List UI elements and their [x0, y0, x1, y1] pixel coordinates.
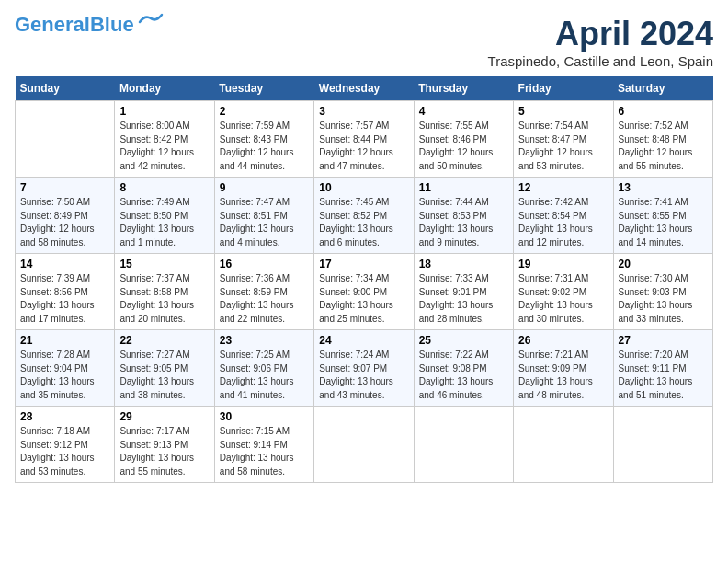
calendar-cell: 26Sunrise: 7:21 AM Sunset: 9:09 PM Dayli…: [514, 330, 613, 407]
day-number: 24: [319, 334, 408, 347]
logo: GeneralBlue: [15, 15, 164, 35]
header-row: SundayMondayTuesdayWednesdayThursdayFrid…: [16, 76, 713, 101]
week-row-1: 7Sunrise: 7:50 AM Sunset: 8:49 PM Daylig…: [16, 178, 713, 254]
calendar-cell: 25Sunrise: 7:22 AM Sunset: 9:08 PM Dayli…: [414, 330, 513, 407]
calendar-cell: 21Sunrise: 7:28 AM Sunset: 9:04 PM Dayli…: [16, 330, 115, 407]
day-info: Sunrise: 7:15 AM Sunset: 9:14 PM Dayligh…: [220, 425, 309, 478]
day-info: Sunrise: 7:41 AM Sunset: 8:55 PM Dayligh…: [619, 196, 708, 249]
day-number: 13: [619, 181, 708, 194]
calendar-cell: 9Sunrise: 7:47 AM Sunset: 8:51 PM Daylig…: [214, 178, 313, 254]
logo-general: General: [15, 13, 90, 36]
day-number: 15: [119, 258, 209, 270]
calendar-cell: 17Sunrise: 7:34 AM Sunset: 9:00 PM Dayli…: [314, 254, 414, 330]
calendar-cell: [414, 407, 513, 483]
day-number: 5: [518, 105, 608, 118]
day-number: 26: [518, 334, 608, 347]
calendar-cell: [613, 407, 712, 483]
day-info: Sunrise: 7:39 AM Sunset: 8:56 PM Dayligh…: [20, 272, 109, 326]
day-number: 23: [220, 334, 309, 347]
day-info: Sunrise: 7:22 AM Sunset: 9:08 PM Dayligh…: [419, 349, 508, 402]
day-number: 20: [619, 258, 708, 270]
day-info: Sunrise: 7:45 AM Sunset: 8:52 PM Dayligh…: [319, 196, 408, 249]
header-cell-tuesday: Tuesday: [214, 76, 313, 101]
calendar-cell: 22Sunrise: 7:27 AM Sunset: 9:05 PM Dayli…: [115, 330, 214, 407]
calendar-cell: 19Sunrise: 7:31 AM Sunset: 9:02 PM Dayli…: [514, 254, 613, 330]
day-info: Sunrise: 7:42 AM Sunset: 8:54 PM Dayligh…: [518, 196, 608, 249]
day-number: 4: [419, 105, 508, 118]
logo-bird-icon: [138, 13, 164, 29]
day-number: 9: [220, 181, 309, 194]
header-cell-friday: Friday: [514, 76, 613, 101]
month-title: April 2024: [488, 15, 713, 53]
day-info: Sunrise: 7:20 AM Sunset: 9:11 PM Dayligh…: [619, 349, 708, 402]
day-info: Sunrise: 7:55 AM Sunset: 8:46 PM Dayligh…: [419, 120, 508, 173]
day-info: Sunrise: 7:49 AM Sunset: 8:50 PM Dayligh…: [119, 196, 209, 249]
day-info: Sunrise: 7:28 AM Sunset: 9:04 PM Dayligh…: [20, 349, 109, 402]
day-number: 10: [319, 181, 408, 194]
calendar-cell: 5Sunrise: 7:54 AM Sunset: 8:47 PM Daylig…: [514, 101, 613, 178]
calendar-cell: 8Sunrise: 7:49 AM Sunset: 8:50 PM Daylig…: [115, 178, 214, 254]
calendar-cell: [16, 101, 115, 178]
calendar-cell: 14Sunrise: 7:39 AM Sunset: 8:56 PM Dayli…: [16, 254, 115, 330]
day-number: 3: [319, 105, 408, 118]
week-row-0: 1Sunrise: 8:00 AM Sunset: 8:42 PM Daylig…: [16, 101, 713, 178]
day-number: 17: [319, 258, 408, 270]
day-info: Sunrise: 7:59 AM Sunset: 8:43 PM Dayligh…: [220, 120, 309, 173]
week-row-2: 14Sunrise: 7:39 AM Sunset: 8:56 PM Dayli…: [16, 254, 713, 330]
day-number: 1: [119, 105, 209, 118]
day-number: 2: [220, 105, 309, 118]
day-info: Sunrise: 7:34 AM Sunset: 9:00 PM Dayligh…: [319, 272, 408, 326]
calendar-cell: 24Sunrise: 7:24 AM Sunset: 9:07 PM Dayli…: [314, 330, 414, 407]
calendar-cell: 30Sunrise: 7:15 AM Sunset: 9:14 PM Dayli…: [214, 407, 313, 483]
calendar-cell: 11Sunrise: 7:44 AM Sunset: 8:53 PM Dayli…: [414, 178, 513, 254]
week-row-3: 21Sunrise: 7:28 AM Sunset: 9:04 PM Dayli…: [16, 330, 713, 407]
day-number: 30: [220, 410, 309, 423]
calendar-cell: 6Sunrise: 7:52 AM Sunset: 8:48 PM Daylig…: [613, 101, 712, 178]
location-title: Traspinedo, Castille and Leon, Spain: [488, 53, 713, 69]
calendar-cell: 10Sunrise: 7:45 AM Sunset: 8:52 PM Dayli…: [314, 178, 414, 254]
day-number: 11: [419, 181, 508, 194]
day-info: Sunrise: 7:27 AM Sunset: 9:05 PM Dayligh…: [119, 349, 209, 402]
day-number: 27: [619, 334, 708, 347]
day-number: 8: [119, 181, 209, 194]
calendar-cell: 15Sunrise: 7:37 AM Sunset: 8:58 PM Dayli…: [115, 254, 214, 330]
calendar-body: 1Sunrise: 8:00 AM Sunset: 8:42 PM Daylig…: [16, 101, 713, 483]
day-info: Sunrise: 7:18 AM Sunset: 9:12 PM Dayligh…: [20, 425, 109, 478]
calendar-cell: 1Sunrise: 8:00 AM Sunset: 8:42 PM Daylig…: [115, 101, 214, 178]
header-cell-sunday: Sunday: [16, 76, 115, 101]
calendar-cell: 13Sunrise: 7:41 AM Sunset: 8:55 PM Dayli…: [613, 178, 712, 254]
calendar-cell: 28Sunrise: 7:18 AM Sunset: 9:12 PM Dayli…: [16, 407, 115, 483]
day-info: Sunrise: 7:21 AM Sunset: 9:09 PM Dayligh…: [518, 349, 608, 402]
header-cell-monday: Monday: [115, 76, 214, 101]
day-info: Sunrise: 7:50 AM Sunset: 8:49 PM Dayligh…: [20, 196, 109, 249]
logo-text: GeneralBlue: [15, 15, 134, 35]
day-number: 6: [619, 105, 708, 118]
day-number: 7: [20, 181, 109, 194]
day-number: 29: [119, 410, 209, 423]
day-number: 18: [419, 258, 508, 270]
day-info: Sunrise: 7:54 AM Sunset: 8:47 PM Dayligh…: [518, 120, 608, 173]
day-info: Sunrise: 7:24 AM Sunset: 9:07 PM Dayligh…: [319, 349, 408, 402]
calendar-cell: 2Sunrise: 7:59 AM Sunset: 8:43 PM Daylig…: [214, 101, 313, 178]
day-info: Sunrise: 7:37 AM Sunset: 8:58 PM Dayligh…: [119, 272, 209, 326]
day-info: Sunrise: 7:52 AM Sunset: 8:48 PM Dayligh…: [619, 120, 708, 173]
day-info: Sunrise: 7:47 AM Sunset: 8:51 PM Dayligh…: [220, 196, 309, 249]
day-number: 16: [220, 258, 309, 270]
week-row-4: 28Sunrise: 7:18 AM Sunset: 9:12 PM Dayli…: [16, 407, 713, 483]
calendar-cell: 23Sunrise: 7:25 AM Sunset: 9:06 PM Dayli…: [214, 330, 313, 407]
calendar-cell: 18Sunrise: 7:33 AM Sunset: 9:01 PM Dayli…: [414, 254, 513, 330]
calendar-table: SundayMondayTuesdayWednesdayThursdayFrid…: [15, 76, 713, 483]
day-number: 12: [518, 181, 608, 194]
day-info: Sunrise: 7:17 AM Sunset: 9:13 PM Dayligh…: [119, 425, 209, 478]
calendar-cell: 3Sunrise: 7:57 AM Sunset: 8:44 PM Daylig…: [314, 101, 414, 178]
day-info: Sunrise: 7:44 AM Sunset: 8:53 PM Dayligh…: [419, 196, 508, 249]
title-block: April 2024 Traspinedo, Castille and Leon…: [488, 15, 713, 69]
calendar-cell: 27Sunrise: 7:20 AM Sunset: 9:11 PM Dayli…: [613, 330, 712, 407]
header-cell-wednesday: Wednesday: [314, 76, 414, 101]
day-info: Sunrise: 7:57 AM Sunset: 8:44 PM Dayligh…: [319, 120, 408, 173]
calendar-cell: 29Sunrise: 7:17 AM Sunset: 9:13 PM Dayli…: [115, 407, 214, 483]
header-cell-saturday: Saturday: [613, 76, 712, 101]
day-number: 22: [119, 334, 209, 347]
logo-blue: Blue: [90, 13, 134, 36]
calendar-cell: 4Sunrise: 7:55 AM Sunset: 8:46 PM Daylig…: [414, 101, 513, 178]
